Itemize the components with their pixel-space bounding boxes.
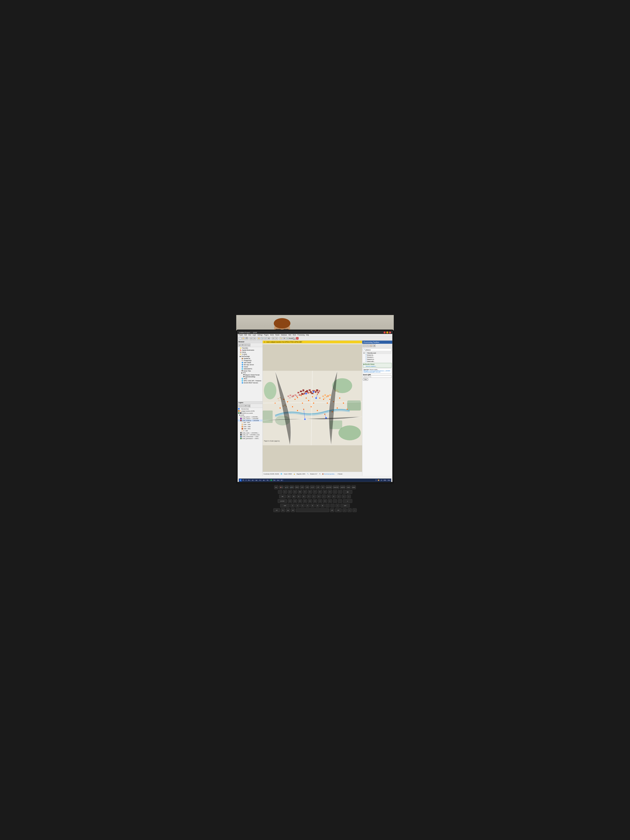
- layer-leeds-roads[interactable]: Leeds_roads — LAD22NM_Leed: [238, 432, 262, 434]
- key-d[interactable]: D: [298, 499, 302, 503]
- menu-project[interactable]: Project: [238, 334, 243, 336]
- key-esc[interactable]: esc: [274, 485, 278, 489]
- taskbar-task-view[interactable]: ☐: [245, 479, 247, 481]
- key-f12[interactable]: end F12: [340, 485, 346, 489]
- layer-leeds-buildings[interactable]: Leeds_buildings — LAD22NM: [238, 420, 262, 422]
- key-w[interactable]: W: [292, 494, 296, 498]
- key-slash[interactable]: /: [335, 504, 339, 507]
- layer-greggs[interactable]: ● greggs-locations (2135): [238, 410, 262, 412]
- browser-wcs[interactable]: 🌐 WCS: [238, 378, 262, 380]
- panel-close-btn[interactable]: ✕: [296, 337, 298, 339]
- taskbar-le[interactable]: Le...: [259, 479, 262, 481]
- key-3[interactable]: 3: [293, 490, 297, 494]
- close-btn[interactable]: ✕: [389, 332, 391, 333]
- key-t[interactable]: T: [307, 494, 311, 498]
- taskbar-clock[interactable]: 16:xx: [387, 479, 391, 481]
- layer-range-5[interactable]: 0 – 938: [238, 430, 262, 432]
- key-f4[interactable]: Pll F4: [295, 485, 299, 489]
- key-alt-left[interactable]: alt: [291, 508, 295, 512]
- layer-leeds[interactable]: ▶ Leeds: [238, 414, 262, 416]
- key-f1[interactable]: 🔇 F1: [279, 485, 284, 489]
- browser-wfs[interactable]: 🌐 WFS / OGC API - Features: [238, 380, 262, 382]
- redo-btn[interactable]: ↪: [253, 337, 256, 340]
- key-shift-right[interactable]: shift: [340, 504, 350, 507]
- layer-checkbox-stations[interactable]: [240, 418, 242, 419]
- key-f8[interactable]: □ F8: [316, 485, 320, 489]
- filter-button[interactable]: Filter: [363, 378, 368, 381]
- key-f5[interactable]: ✦ F5: [300, 485, 304, 489]
- key-semicolon[interactable]: ;: [333, 499, 337, 503]
- browser-info-btn[interactable]: ℹ: [248, 344, 250, 346]
- layer-remove-btn[interactable]: −: [241, 404, 244, 407]
- key-period[interactable]: .: [330, 504, 335, 507]
- layer-checkbox-places[interactable]: [240, 416, 242, 417]
- menu-help[interactable]: Help: [306, 334, 309, 336]
- key-f11[interactable]: home F11: [333, 485, 339, 489]
- key-minus[interactable]: —: [333, 490, 337, 494]
- taskbar-po[interactable]: po...: [251, 479, 255, 481]
- key-9[interactable]: 9: [323, 490, 327, 494]
- key-ctrl-left[interactable]: ctrl: [273, 508, 280, 512]
- menu-view[interactable]: View: [248, 334, 251, 336]
- key-x[interactable]: X: [295, 504, 300, 507]
- key-win[interactable]: ⊞: [286, 508, 290, 512]
- windows-start-btn[interactable]: ⊞: [239, 479, 242, 482]
- browser-wms[interactable]: 🌐 WMS/WMTS: [238, 368, 262, 370]
- key-tab[interactable]: tab: [279, 494, 286, 498]
- pan-btn[interactable]: ✋: [257, 337, 260, 340]
- browser-xyz[interactable]: ▶ XYZ: [238, 372, 262, 374]
- browser-arcgis[interactable]: 🔷 ArcGIS REST Servers: [238, 382, 262, 384]
- identify-btn[interactable]: ℹ: [272, 337, 275, 340]
- layer-checkbox-roads[interactable]: [240, 432, 242, 434]
- key-n[interactable]: N: [316, 504, 320, 507]
- map-area[interactable]: ⚠ Used a ballpark transform from EPSG:27…: [263, 341, 362, 476]
- taskbar-network[interactable]: 📶: [377, 479, 380, 481]
- maximize-btn[interactable]: □: [386, 332, 388, 333]
- browser-favorites[interactable]: ⭐ Favorites: [238, 347, 262, 349]
- key-c[interactable]: C: [300, 504, 305, 507]
- key-plus[interactable]: +: [338, 490, 342, 494]
- tool-extract-wi[interactable]: ⚙ Extract wi...: [363, 354, 392, 356]
- taskbar-ho[interactable]: Ho...: [266, 479, 270, 481]
- tool-select-with[interactable]: ⚙ Select with...: [363, 360, 392, 362]
- menu-raster[interactable]: Raster: [275, 334, 280, 336]
- layer-checkbox-ge2019[interactable]: [238, 412, 240, 414]
- browser-spatialite[interactable]: 📦 SpatiaLite: [238, 357, 262, 360]
- zoom-full-btn[interactable]: ⊞: [267, 337, 270, 340]
- key-capslock[interactable]: ps lock: [278, 499, 287, 503]
- key-quote[interactable]: ': [338, 499, 342, 503]
- layer-checkbox-greenspace[interactable]: [240, 438, 242, 439]
- save-btn[interactable]: 💾: [245, 337, 248, 340]
- key-7[interactable]: 7: [313, 490, 317, 494]
- taskbar-qi[interactable]: qi...: [280, 479, 283, 481]
- taskbar-qg[interactable]: qg...: [255, 479, 258, 481]
- layer-leeds-rail[interactable]: Leeds_rail — LAD22NM_Leeds: [238, 434, 262, 436]
- key-l[interactable]: L: [328, 499, 332, 503]
- layer-shortest-lines[interactable]: ╌ Shortest lines: [238, 408, 262, 410]
- key-g[interactable]: G: [308, 499, 312, 503]
- key-8[interactable]: 8: [318, 490, 322, 494]
- key-1[interactable]: 1: [283, 490, 287, 494]
- measure-btn[interactable]: 📏: [279, 337, 282, 340]
- layer-options-btn[interactable]: ☰: [248, 404, 250, 407]
- menu-plugins[interactable]: Plugins: [264, 334, 269, 336]
- toolbox-forward-btn[interactable]: →: [366, 344, 369, 347]
- menu-database[interactable]: Database: [281, 334, 287, 336]
- key-arrow-updown[interactable]: ↑↓: [347, 508, 352, 512]
- key-u[interactable]: U: [317, 494, 321, 498]
- menu-settings[interactable]: Settings: [257, 334, 262, 336]
- key-alt-right[interactable]: alt: [330, 508, 334, 512]
- key-delete[interactable]: delete: [352, 485, 356, 489]
- key-backspace[interactable]: ⌫: [343, 490, 352, 494]
- layer-checkbox-rail[interactable]: [240, 434, 242, 436]
- toolbox-search-input[interactable]: [366, 349, 391, 351]
- key-arrow-right[interactable]: →: [352, 508, 357, 512]
- key-pipe[interactable]: |: [347, 494, 351, 498]
- more-btn[interactable]: 1 more: [293, 337, 295, 340]
- menu-vector[interactable]: Vector: [270, 334, 274, 336]
- key-f2[interactable]: 🔉 F2: [284, 485, 289, 489]
- key-f[interactable]: F: [303, 499, 307, 503]
- browser-mapzen[interactable]: 🗺 Mapzen Global Terrain: [238, 374, 262, 376]
- details-btn[interactable]: Details: [289, 337, 292, 340]
- layer-range-4[interactable]: 3488 – 9052: [238, 428, 262, 430]
